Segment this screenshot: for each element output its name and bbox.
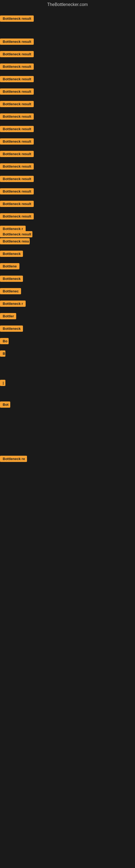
bottleneck-item-17: Bottleneck result	[0, 231, 32, 239]
bottleneck-item-19: Bottleneck	[0, 251, 23, 258]
bottleneck-badge-11: Bottleneck result	[0, 163, 34, 169]
bottleneck-badge-20: Bottlene	[0, 263, 19, 269]
bottleneck-item-12: Bottleneck result	[0, 176, 34, 183]
bottleneck-badge-6: Bottleneck result	[0, 101, 34, 107]
bottleneck-item-1: Bottleneck result	[0, 38, 34, 46]
bottleneck-badge-7: Bottleneck result	[0, 113, 34, 120]
bottleneck-item-15: Bottleneck result	[0, 213, 34, 220]
bottleneck-badge-28: |	[0, 380, 5, 386]
bottleneck-item-26: Bo	[0, 338, 9, 345]
bottleneck-badge-1: Bottleneck result	[0, 38, 34, 45]
bottleneck-item-6: Bottleneck result	[0, 101, 34, 108]
bottleneck-badge-9: Bottleneck result	[0, 138, 34, 145]
bottleneck-item-2: Bottleneck result	[0, 51, 34, 58]
bottleneck-item-22: Bottlenec	[0, 288, 21, 296]
bottleneck-item-9: Bottleneck result	[0, 138, 34, 146]
bottleneck-badge-22: Bottlenec	[0, 288, 21, 294]
bottleneck-item-3: Bottleneck result	[0, 63, 34, 71]
bottleneck-badge-30: Bottleneck re	[0, 456, 27, 462]
bottleneck-item-23: Bottleneck r	[0, 301, 26, 308]
bottleneck-item-29: Bot	[0, 401, 10, 409]
bottleneck-badge-19: Bottleneck	[0, 251, 23, 257]
bottleneck-badge-21: Bottleneck	[0, 276, 23, 282]
bottleneck-badge-0: Bottleneck result	[0, 16, 34, 22]
bottleneck-item-24: Bottler	[0, 313, 16, 320]
bottleneck-item-27: B	[0, 350, 5, 358]
bottleneck-item-8: Bottleneck result	[0, 126, 34, 133]
bottleneck-badge-23: Bottleneck r	[0, 301, 26, 307]
bottleneck-item-11: Bottleneck result	[0, 163, 34, 170]
bottleneck-item-18: Bottleneck resu	[0, 238, 30, 246]
bottleneck-item-0: Bottleneck result	[0, 16, 34, 23]
bottleneck-item-10: Bottleneck result	[0, 151, 34, 158]
bottleneck-item-7: Bottleneck result	[0, 113, 34, 121]
bottleneck-badge-2: Bottleneck result	[0, 51, 34, 57]
bottleneck-badge-8: Bottleneck result	[0, 126, 34, 132]
bottleneck-badge-18: Bottleneck resu	[0, 238, 30, 244]
bottleneck-badge-3: Bottleneck result	[0, 63, 34, 70]
bottleneck-badge-5: Bottleneck result	[0, 88, 34, 95]
site-title: TheBottlenecker.com	[0, 0, 135, 9]
bottleneck-badge-4: Bottleneck result	[0, 76, 34, 82]
bottleneck-item-20: Bottlene	[0, 263, 19, 271]
bottleneck-badge-15: Bottleneck result	[0, 213, 34, 219]
bottleneck-item-14: Bottleneck result	[0, 201, 34, 208]
bottleneck-item-5: Bottleneck result	[0, 88, 34, 96]
bottleneck-badge-13: Bottleneck result	[0, 188, 34, 194]
bottleneck-badge-24: Bottler	[0, 313, 16, 319]
bottleneck-item-13: Bottleneck result	[0, 188, 34, 195]
bottleneck-item-28: |	[0, 380, 5, 387]
bottleneck-item-4: Bottleneck result	[0, 76, 34, 83]
bottleneck-badge-27: B	[0, 350, 5, 357]
bottleneck-badge-29: Bot	[0, 401, 10, 408]
bottleneck-item-21: Bottleneck	[0, 276, 23, 283]
bottleneck-badge-17: Bottleneck result	[0, 231, 32, 237]
bottleneck-badge-12: Bottleneck result	[0, 176, 34, 182]
bottleneck-item-30: Bottleneck re	[0, 456, 27, 463]
bottleneck-badge-26: Bo	[0, 338, 9, 344]
bottleneck-badge-10: Bottleneck result	[0, 151, 34, 157]
bottleneck-badge-14: Bottleneck result	[0, 201, 34, 207]
bottleneck-badge-25: Bottleneck	[0, 326, 23, 332]
bottleneck-item-25: Bottleneck	[0, 326, 23, 333]
